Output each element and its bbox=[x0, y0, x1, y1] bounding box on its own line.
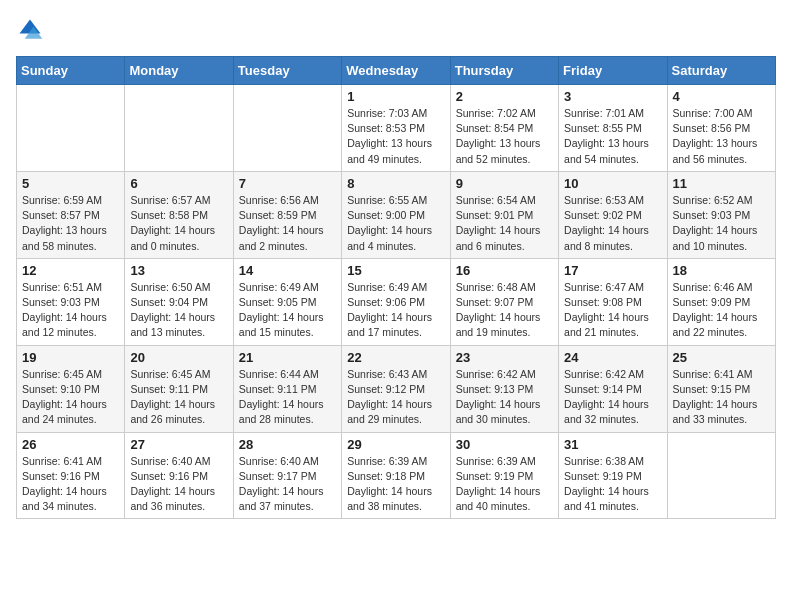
page-header bbox=[16, 16, 776, 44]
day-number: 17 bbox=[564, 263, 661, 278]
day-number: 7 bbox=[239, 176, 336, 191]
logo-icon bbox=[16, 16, 44, 44]
day-number: 3 bbox=[564, 89, 661, 104]
calendar-cell: 3Sunrise: 7:01 AMSunset: 8:55 PMDaylight… bbox=[559, 85, 667, 172]
calendar-cell: 7Sunrise: 6:56 AMSunset: 8:59 PMDaylight… bbox=[233, 171, 341, 258]
day-info: Sunrise: 6:43 AMSunset: 9:12 PMDaylight:… bbox=[347, 367, 444, 428]
calendar-cell: 12Sunrise: 6:51 AMSunset: 9:03 PMDayligh… bbox=[17, 258, 125, 345]
col-header-sunday: Sunday bbox=[17, 57, 125, 85]
day-number: 31 bbox=[564, 437, 661, 452]
calendar-cell: 30Sunrise: 6:39 AMSunset: 9:19 PMDayligh… bbox=[450, 432, 558, 519]
calendar-cell bbox=[17, 85, 125, 172]
day-info: Sunrise: 6:51 AMSunset: 9:03 PMDaylight:… bbox=[22, 280, 119, 341]
day-info: Sunrise: 6:42 AMSunset: 9:14 PMDaylight:… bbox=[564, 367, 661, 428]
day-info: Sunrise: 6:47 AMSunset: 9:08 PMDaylight:… bbox=[564, 280, 661, 341]
calendar-week-4: 19Sunrise: 6:45 AMSunset: 9:10 PMDayligh… bbox=[17, 345, 776, 432]
day-number: 22 bbox=[347, 350, 444, 365]
calendar-cell: 5Sunrise: 6:59 AMSunset: 8:57 PMDaylight… bbox=[17, 171, 125, 258]
calendar-cell bbox=[233, 85, 341, 172]
calendar-cell: 21Sunrise: 6:44 AMSunset: 9:11 PMDayligh… bbox=[233, 345, 341, 432]
calendar-cell: 2Sunrise: 7:02 AMSunset: 8:54 PMDaylight… bbox=[450, 85, 558, 172]
calendar-cell: 15Sunrise: 6:49 AMSunset: 9:06 PMDayligh… bbox=[342, 258, 450, 345]
calendar-cell bbox=[667, 432, 775, 519]
day-number: 25 bbox=[673, 350, 770, 365]
day-info: Sunrise: 6:48 AMSunset: 9:07 PMDaylight:… bbox=[456, 280, 553, 341]
calendar-cell: 13Sunrise: 6:50 AMSunset: 9:04 PMDayligh… bbox=[125, 258, 233, 345]
calendar-cell: 29Sunrise: 6:39 AMSunset: 9:18 PMDayligh… bbox=[342, 432, 450, 519]
day-info: Sunrise: 6:46 AMSunset: 9:09 PMDaylight:… bbox=[673, 280, 770, 341]
day-number: 20 bbox=[130, 350, 227, 365]
day-number: 23 bbox=[456, 350, 553, 365]
day-number: 2 bbox=[456, 89, 553, 104]
calendar-header-row: SundayMondayTuesdayWednesdayThursdayFrid… bbox=[17, 57, 776, 85]
day-number: 11 bbox=[673, 176, 770, 191]
col-header-friday: Friday bbox=[559, 57, 667, 85]
col-header-tuesday: Tuesday bbox=[233, 57, 341, 85]
col-header-monday: Monday bbox=[125, 57, 233, 85]
calendar-week-3: 12Sunrise: 6:51 AMSunset: 9:03 PMDayligh… bbox=[17, 258, 776, 345]
calendar-cell: 23Sunrise: 6:42 AMSunset: 9:13 PMDayligh… bbox=[450, 345, 558, 432]
calendar-cell bbox=[125, 85, 233, 172]
day-number: 18 bbox=[673, 263, 770, 278]
day-number: 26 bbox=[22, 437, 119, 452]
day-number: 16 bbox=[456, 263, 553, 278]
calendar-cell: 26Sunrise: 6:41 AMSunset: 9:16 PMDayligh… bbox=[17, 432, 125, 519]
day-number: 19 bbox=[22, 350, 119, 365]
day-number: 9 bbox=[456, 176, 553, 191]
calendar-cell: 1Sunrise: 7:03 AMSunset: 8:53 PMDaylight… bbox=[342, 85, 450, 172]
calendar-week-1: 1Sunrise: 7:03 AMSunset: 8:53 PMDaylight… bbox=[17, 85, 776, 172]
day-number: 24 bbox=[564, 350, 661, 365]
day-info: Sunrise: 6:39 AMSunset: 9:19 PMDaylight:… bbox=[456, 454, 553, 515]
day-info: Sunrise: 6:50 AMSunset: 9:04 PMDaylight:… bbox=[130, 280, 227, 341]
day-number: 21 bbox=[239, 350, 336, 365]
calendar-cell: 20Sunrise: 6:45 AMSunset: 9:11 PMDayligh… bbox=[125, 345, 233, 432]
day-info: Sunrise: 6:57 AMSunset: 8:58 PMDaylight:… bbox=[130, 193, 227, 254]
day-info: Sunrise: 6:38 AMSunset: 9:19 PMDaylight:… bbox=[564, 454, 661, 515]
calendar-cell: 11Sunrise: 6:52 AMSunset: 9:03 PMDayligh… bbox=[667, 171, 775, 258]
day-number: 5 bbox=[22, 176, 119, 191]
calendar-week-2: 5Sunrise: 6:59 AMSunset: 8:57 PMDaylight… bbox=[17, 171, 776, 258]
day-info: Sunrise: 6:55 AMSunset: 9:00 PMDaylight:… bbox=[347, 193, 444, 254]
day-number: 27 bbox=[130, 437, 227, 452]
day-info: Sunrise: 6:42 AMSunset: 9:13 PMDaylight:… bbox=[456, 367, 553, 428]
calendar-cell: 31Sunrise: 6:38 AMSunset: 9:19 PMDayligh… bbox=[559, 432, 667, 519]
day-info: Sunrise: 6:53 AMSunset: 9:02 PMDaylight:… bbox=[564, 193, 661, 254]
day-info: Sunrise: 6:40 AMSunset: 9:16 PMDaylight:… bbox=[130, 454, 227, 515]
day-number: 10 bbox=[564, 176, 661, 191]
day-info: Sunrise: 6:54 AMSunset: 9:01 PMDaylight:… bbox=[456, 193, 553, 254]
day-info: Sunrise: 6:52 AMSunset: 9:03 PMDaylight:… bbox=[673, 193, 770, 254]
calendar-cell: 27Sunrise: 6:40 AMSunset: 9:16 PMDayligh… bbox=[125, 432, 233, 519]
day-number: 4 bbox=[673, 89, 770, 104]
day-number: 6 bbox=[130, 176, 227, 191]
day-info: Sunrise: 6:39 AMSunset: 9:18 PMDaylight:… bbox=[347, 454, 444, 515]
calendar-cell: 17Sunrise: 6:47 AMSunset: 9:08 PMDayligh… bbox=[559, 258, 667, 345]
col-header-saturday: Saturday bbox=[667, 57, 775, 85]
day-number: 29 bbox=[347, 437, 444, 452]
logo bbox=[16, 16, 48, 44]
day-info: Sunrise: 6:44 AMSunset: 9:11 PMDaylight:… bbox=[239, 367, 336, 428]
calendar-cell: 28Sunrise: 6:40 AMSunset: 9:17 PMDayligh… bbox=[233, 432, 341, 519]
calendar-table: SundayMondayTuesdayWednesdayThursdayFrid… bbox=[16, 56, 776, 519]
day-info: Sunrise: 6:45 AMSunset: 9:11 PMDaylight:… bbox=[130, 367, 227, 428]
calendar-cell: 16Sunrise: 6:48 AMSunset: 9:07 PMDayligh… bbox=[450, 258, 558, 345]
col-header-wednesday: Wednesday bbox=[342, 57, 450, 85]
day-number: 28 bbox=[239, 437, 336, 452]
calendar-cell: 19Sunrise: 6:45 AMSunset: 9:10 PMDayligh… bbox=[17, 345, 125, 432]
day-info: Sunrise: 7:01 AMSunset: 8:55 PMDaylight:… bbox=[564, 106, 661, 167]
calendar-cell: 9Sunrise: 6:54 AMSunset: 9:01 PMDaylight… bbox=[450, 171, 558, 258]
col-header-thursday: Thursday bbox=[450, 57, 558, 85]
day-info: Sunrise: 6:49 AMSunset: 9:05 PMDaylight:… bbox=[239, 280, 336, 341]
day-info: Sunrise: 6:40 AMSunset: 9:17 PMDaylight:… bbox=[239, 454, 336, 515]
day-info: Sunrise: 6:49 AMSunset: 9:06 PMDaylight:… bbox=[347, 280, 444, 341]
day-number: 30 bbox=[456, 437, 553, 452]
day-info: Sunrise: 7:00 AMSunset: 8:56 PMDaylight:… bbox=[673, 106, 770, 167]
day-number: 12 bbox=[22, 263, 119, 278]
day-number: 8 bbox=[347, 176, 444, 191]
day-info: Sunrise: 7:03 AMSunset: 8:53 PMDaylight:… bbox=[347, 106, 444, 167]
day-info: Sunrise: 6:45 AMSunset: 9:10 PMDaylight:… bbox=[22, 367, 119, 428]
calendar-cell: 22Sunrise: 6:43 AMSunset: 9:12 PMDayligh… bbox=[342, 345, 450, 432]
day-number: 13 bbox=[130, 263, 227, 278]
day-info: Sunrise: 6:56 AMSunset: 8:59 PMDaylight:… bbox=[239, 193, 336, 254]
day-info: Sunrise: 6:59 AMSunset: 8:57 PMDaylight:… bbox=[22, 193, 119, 254]
calendar-cell: 24Sunrise: 6:42 AMSunset: 9:14 PMDayligh… bbox=[559, 345, 667, 432]
